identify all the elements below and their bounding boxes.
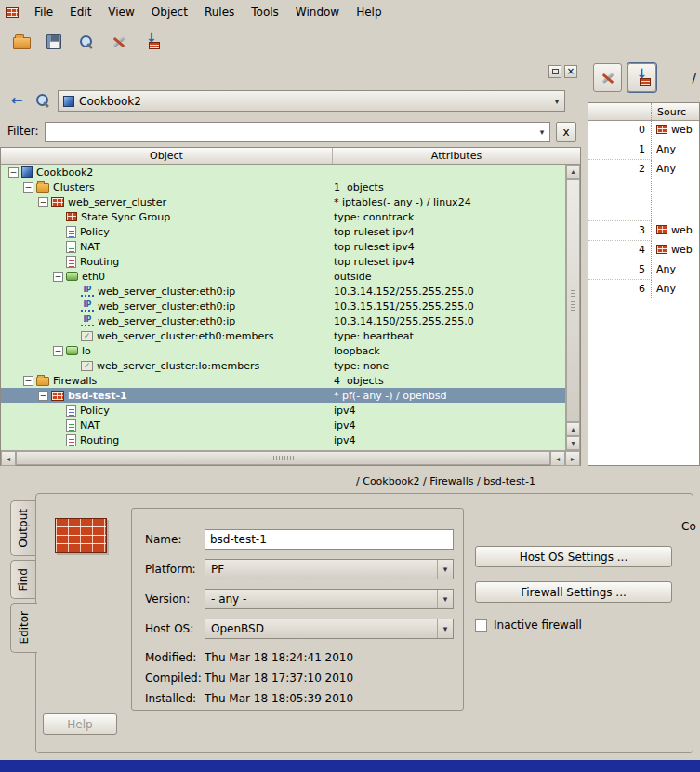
tree-row[interactable]: web_server_cluster:eth0:ip10.3.14.150/25… bbox=[1, 313, 565, 328]
column-header-source[interactable]: Sourc bbox=[652, 106, 686, 118]
menu-window[interactable]: Window bbox=[287, 2, 348, 22]
expander-icon[interactable] bbox=[38, 391, 48, 401]
expander-icon[interactable] bbox=[23, 182, 33, 193]
scroll-up-button[interactable]: ▴ bbox=[566, 165, 580, 179]
open-file-button[interactable] bbox=[7, 28, 35, 56]
rule-source-cell[interactable]: Any bbox=[652, 140, 699, 160]
tree-row[interactable]: bsd-test-1* pf(- any -) / openbsd bbox=[1, 388, 565, 403]
filter-input[interactable] bbox=[46, 124, 535, 140]
rule-row[interactable]: 5Any bbox=[588, 260, 699, 280]
rule-row[interactable]: 2Any bbox=[588, 160, 699, 221]
tree-row[interactable]: Policyipv4 bbox=[1, 403, 565, 418]
dock-float-button[interactable] bbox=[548, 65, 561, 78]
save-button[interactable] bbox=[40, 28, 68, 56]
compile-button[interactable] bbox=[105, 28, 133, 56]
tree-row[interactable]: web_server_cluster:eth0:memberstype: hea… bbox=[1, 328, 565, 343]
rule-source-cell[interactable]: Any bbox=[652, 260, 699, 280]
object-tree-widget: Object Attributes Cookbook2Clusters1 obj… bbox=[0, 147, 581, 466]
menu-file[interactable]: File bbox=[26, 2, 61, 22]
tree-row[interactable]: Cookbook2 bbox=[1, 165, 565, 180]
rule-row[interactable]: 4web bbox=[588, 241, 699, 260]
filter-clear-button[interactable]: x bbox=[556, 122, 576, 142]
chevron-down-icon[interactable]: ▾ bbox=[549, 97, 564, 106]
rule-row[interactable]: 6Any bbox=[588, 280, 699, 299]
tree-vertical-scrollbar[interactable]: ▴ ▴ ▾ bbox=[565, 165, 580, 450]
rules-panel: / Sourc 0web1Any2Any3web4web5Any6Any bbox=[588, 60, 700, 466]
column-header-object[interactable]: Object bbox=[1, 148, 333, 164]
tree-row[interactable]: web_server_cluster:eth0:ip10.3.15.151/25… bbox=[1, 299, 565, 313]
tab-editor[interactable]: Editor bbox=[10, 603, 37, 653]
tree-row[interactable]: NATtop ruleset ipv4 bbox=[1, 239, 565, 254]
expander-icon[interactable] bbox=[38, 197, 48, 207]
rule-number: 3 bbox=[588, 221, 652, 241]
menu-view[interactable]: View bbox=[99, 2, 142, 22]
tree-item-label: Policy bbox=[80, 226, 110, 238]
rule-row[interactable]: 1Any bbox=[588, 140, 699, 160]
column-header-number bbox=[588, 103, 652, 120]
tree-item-label: Cookbook2 bbox=[36, 166, 93, 179]
host-os-settings-button[interactable]: Host OS Settings ... bbox=[475, 546, 672, 567]
locate-object-button[interactable] bbox=[32, 89, 54, 112]
menu-object[interactable]: Object bbox=[143, 2, 196, 22]
tree-row[interactable]: Routingtop ruleset ipv4 bbox=[1, 254, 565, 269]
scroll-up-button-2[interactable]: ▴ bbox=[566, 422, 580, 436]
hostos-combobox[interactable]: OpenBSD ▾ bbox=[205, 619, 454, 639]
rule-source-cell[interactable]: web bbox=[652, 241, 699, 260]
menu-help[interactable]: Help bbox=[348, 2, 390, 22]
rule-row[interactable]: 0web bbox=[588, 121, 699, 140]
inactive-firewall-checkbox[interactable] bbox=[475, 619, 487, 632]
tree-row[interactable]: loloopback bbox=[1, 343, 565, 358]
tree-row[interactable]: Firewalls4 objects bbox=[1, 373, 565, 388]
tree-row[interactable]: web_server_cluster:eth0:ip10.3.14.152/25… bbox=[1, 284, 565, 299]
tree-row[interactable]: Routingipv4 bbox=[1, 433, 565, 447]
filter-combobox[interactable]: ▾ bbox=[45, 122, 550, 142]
help-button[interactable]: Help bbox=[43, 713, 117, 735]
tree-row[interactable]: web_server_cluster* iptables(- any -) / … bbox=[1, 194, 565, 209]
name-input[interactable] bbox=[205, 529, 454, 550]
find-button[interactable] bbox=[73, 28, 100, 56]
rule-source-cell[interactable]: web bbox=[652, 221, 699, 241]
chevron-down-icon[interactable]: ▾ bbox=[535, 127, 549, 137]
scroll-left-button[interactable]: ◂ bbox=[1, 451, 16, 466]
tree-row[interactable]: NATipv4 bbox=[1, 418, 565, 433]
expander-spacer bbox=[68, 331, 78, 341]
tree-row[interactable]: web_server_cluster:lo:memberstype: none bbox=[1, 358, 565, 373]
scroll-right-button[interactable]: ▸ bbox=[565, 451, 580, 466]
compile-rules-button[interactable] bbox=[593, 63, 622, 92]
expander-icon[interactable] bbox=[8, 167, 19, 178]
rule-source-cell[interactable]: Any bbox=[652, 280, 699, 299]
menu-tools[interactable]: Tools bbox=[243, 2, 287, 22]
vertical-scrollbar-thumb[interactable] bbox=[566, 179, 580, 422]
install-rules-button[interactable] bbox=[627, 63, 656, 92]
platform-combobox[interactable]: PF ▾ bbox=[205, 559, 454, 579]
rule-source-cell[interactable]: Any bbox=[652, 160, 699, 221]
library-combobox[interactable]: Cookbook2 ▾ bbox=[58, 90, 565, 112]
column-header-attributes[interactable]: Attributes bbox=[333, 148, 580, 164]
expander-icon[interactable] bbox=[23, 376, 33, 386]
horizontal-scrollbar-thumb[interactable] bbox=[16, 451, 550, 465]
install-button[interactable] bbox=[138, 28, 165, 56]
menu-edit[interactable]: Edit bbox=[61, 2, 99, 22]
expander-icon[interactable] bbox=[53, 346, 63, 356]
version-combobox[interactable]: - any - ▾ bbox=[205, 589, 454, 609]
rule-source-cell[interactable]: web bbox=[652, 121, 699, 140]
expander-icon[interactable] bbox=[53, 272, 63, 282]
tab-output[interactable]: Output bbox=[10, 500, 35, 556]
tree-row[interactable]: State Sync Grouptype: conntrack bbox=[1, 209, 565, 224]
tab-find[interactable]: Find bbox=[10, 560, 35, 600]
menu-rules[interactable]: Rules bbox=[196, 2, 243, 22]
install-icon bbox=[143, 34, 160, 49]
tree-row[interactable]: Policytop ruleset ipv4 bbox=[1, 224, 565, 239]
scroll-down-button[interactable]: ▾ bbox=[566, 436, 580, 450]
ip-icon bbox=[81, 315, 94, 326]
tree-row[interactable]: Clusters1 objects bbox=[1, 180, 565, 194]
tree-row[interactable]: eth0outside bbox=[1, 269, 565, 284]
scroll-left-button-2[interactable]: ◂ bbox=[550, 451, 565, 466]
editor-side-tabs: OutputFindEditor bbox=[10, 500, 37, 657]
firewall-settings-button[interactable]: Firewall Settings ... bbox=[475, 581, 672, 603]
tree-item-label: web_server_cluster:eth0:ip bbox=[98, 286, 235, 298]
back-button[interactable]: ← bbox=[6, 89, 28, 112]
dock-close-button[interactable]: × bbox=[564, 65, 577, 78]
rule-row[interactable]: 3web bbox=[588, 221, 699, 241]
tree-horizontal-scrollbar[interactable]: ◂ ◂ ▸ bbox=[1, 450, 580, 465]
